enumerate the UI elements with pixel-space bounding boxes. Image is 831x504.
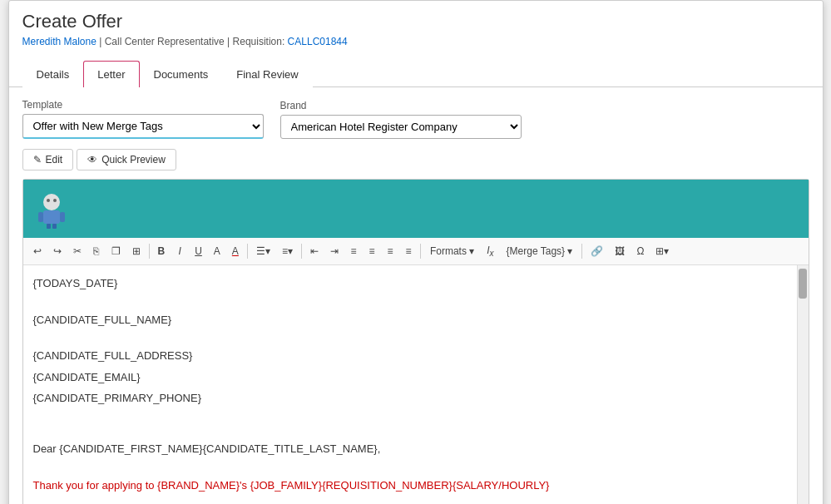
tab-documents[interactable]: Documents xyxy=(140,61,223,87)
svg-point-0 xyxy=(43,194,60,210)
toolbar-formats-dropdown[interactable]: Formats ▾ xyxy=(424,243,480,259)
scroll-thumb xyxy=(799,269,807,299)
toolbar-cut[interactable]: ✂ xyxy=(68,243,87,259)
toolbar-align-center[interactable]: ≡ xyxy=(364,243,380,259)
toolbar-special-char[interactable]: Ω xyxy=(631,243,649,259)
toolbar-paste[interactable]: ❐ xyxy=(106,243,126,259)
template-select[interactable]: Offer with New Merge Tags xyxy=(22,114,264,139)
content-line-empty-3 xyxy=(33,409,784,424)
svg-rect-3 xyxy=(43,210,60,224)
requisition-link[interactable]: CALLC01844 xyxy=(288,36,348,47)
edit-icon: ✎ xyxy=(33,154,42,166)
content-line-address: {CANDIDATE_FULL_ADDRESS} xyxy=(33,346,784,365)
toolbar-separator-4 xyxy=(420,244,421,259)
editor-scrollbar[interactable] xyxy=(797,265,809,504)
brand-group: Brand American Hotel Register Company xyxy=(280,100,522,139)
toolbar-align-left[interactable]: ≡ xyxy=(345,243,362,259)
tab-final-review[interactable]: Final Review xyxy=(222,61,312,87)
svg-point-1 xyxy=(47,199,50,202)
toolbar-bullet-list[interactable]: ☰▾ xyxy=(251,243,275,259)
svg-rect-5 xyxy=(60,212,65,222)
svg-rect-4 xyxy=(38,212,43,222)
brand-label: Brand xyxy=(280,100,522,111)
template-label: Template xyxy=(22,99,264,111)
toolbar-underline[interactable]: U xyxy=(190,243,207,259)
content-line-empty-4 xyxy=(33,424,784,439)
toolbar-numbered-list[interactable]: ≡▾ xyxy=(277,243,298,259)
content-line-empty-2 xyxy=(33,331,784,346)
editor-logo xyxy=(32,189,72,229)
quick-preview-label: Quick Preview xyxy=(101,154,166,166)
svg-point-2 xyxy=(53,199,57,202)
content-line-dear: Dear {CANDIDATE_FIRST_NAME}{CANDIDATE_TI… xyxy=(33,439,784,458)
content-line-date: {TODAYS_DATE} xyxy=(33,274,784,293)
toolbar-italic[interactable]: I xyxy=(171,243,188,259)
candidate-name-link[interactable]: Meredith Malone xyxy=(22,36,96,47)
content-line-phone: {CANDIDATE_PRIMARY_PHONE} xyxy=(33,388,784,408)
svg-rect-7 xyxy=(52,224,57,229)
toolbar-clear-formatting[interactable]: Ix xyxy=(482,242,498,260)
toolbar-separator-5 xyxy=(581,244,582,259)
form-row: Template Offer with New Merge Tags Brand… xyxy=(22,99,809,139)
content-line-empty-5 xyxy=(33,461,784,476)
toolbar-redo[interactable]: ↪ xyxy=(48,243,67,259)
dialog-header: Create Offer Meredith Malone | Call Cent… xyxy=(9,1,823,61)
tab-bar: Details Letter Documents Final Review xyxy=(9,61,823,87)
toolbar-highlight[interactable]: A xyxy=(227,243,244,259)
quick-preview-button[interactable]: 👁 Quick Preview xyxy=(77,149,176,170)
editor-content[interactable]: {TODAYS_DATE} {CANDIDATE_FULL_NAME} {CAN… xyxy=(23,265,797,504)
candidate-role: Call Center Representative xyxy=(105,36,225,47)
dialog-subtitle: Meredith Malone | Call Center Representa… xyxy=(22,36,809,47)
toolbar-outdent[interactable]: ⇤ xyxy=(305,243,324,259)
toolbar-separator-3 xyxy=(301,244,302,259)
toolbar-image[interactable]: 🖼 xyxy=(610,243,630,259)
template-group: Template Offer with New Merge Tags xyxy=(22,99,264,139)
toolbar-indent[interactable]: ⇥ xyxy=(325,243,344,259)
eye-icon: 👁 xyxy=(87,154,97,166)
edit-label: Edit xyxy=(46,154,63,166)
edit-button[interactable]: ✎ Edit xyxy=(22,149,74,170)
svg-rect-6 xyxy=(47,224,51,229)
page-title: Create Offer xyxy=(22,11,809,32)
toolbar-undo[interactable]: ↩ xyxy=(28,243,47,259)
content-line-thankyou: Thank you for applying to {BRAND_NAME}'s… xyxy=(33,476,784,495)
create-offer-dialog: Create Offer Meredith Malone | Call Cent… xyxy=(8,0,824,504)
subtitle-separator2: | Requisition: xyxy=(227,36,284,47)
toolbar-separator-2 xyxy=(247,244,248,259)
toolbar-link[interactable]: 🔗 xyxy=(586,243,608,259)
editor-container: ↩ ↪ ✂ ⎘ ❐ ⊞ B I U A A ☰▾ ≡▾ ⇤ ⇥ ≡ ≡ ≡ xyxy=(22,179,809,504)
editor-toolbar: ↩ ↪ ✂ ⎘ ❐ ⊞ B I U A A ☰▾ ≡▾ ⇤ ⇥ ≡ ≡ ≡ xyxy=(23,238,809,265)
action-buttons: ✎ Edit 👁 Quick Preview xyxy=(22,149,809,170)
brand-select[interactable]: American Hotel Register Company xyxy=(280,115,522,139)
toolbar-copy[interactable]: ⎘ xyxy=(88,243,105,259)
toolbar-table-insert[interactable]: ⊞ xyxy=(127,243,146,259)
editor-banner xyxy=(23,180,809,238)
content-line-email: {CANDIDATE_EMAIL} xyxy=(33,368,784,387)
toolbar-separator-1 xyxy=(149,244,150,259)
toolbar-bold[interactable]: B xyxy=(153,243,171,259)
toolbar-align-right[interactable]: ≡ xyxy=(382,243,398,259)
content-line-empty-1 xyxy=(33,295,784,310)
tab-letter[interactable]: Letter xyxy=(83,61,139,87)
content-line-candidate-name: {CANDIDATE_FULL_NAME} xyxy=(33,310,784,329)
toolbar-table[interactable]: ⊞▾ xyxy=(650,243,674,259)
toolbar-font-color[interactable]: A xyxy=(209,243,225,259)
toolbar-merge-tags-dropdown[interactable]: {Merge Tags} ▾ xyxy=(501,243,579,259)
dialog-body: Template Offer with New Merge Tags Brand… xyxy=(9,87,823,504)
tab-details[interactable]: Details xyxy=(22,61,84,87)
toolbar-align-justify[interactable]: ≡ xyxy=(400,243,417,259)
